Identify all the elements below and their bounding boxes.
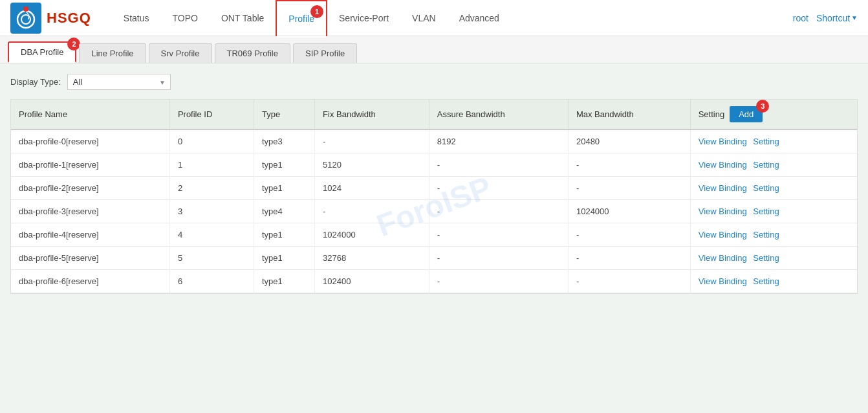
view-binding-link[interactable]: View Binding [699,230,747,240]
nav-item-ont-table[interactable]: ONT Table [210,0,276,36]
nav-item-topo[interactable]: TOPO [161,0,210,36]
display-type-label: Display Type: [10,77,61,87]
setting-link[interactable]: Setting [753,160,779,170]
cell-setting: View Binding Setting [690,200,857,223]
filter-row: Display Type: All type1 type2 type3 type… [10,74,858,90]
logo-text: HSGQ [47,10,91,27]
sub-tab-label-line: Line Profile [91,49,133,58]
view-binding-link[interactable]: View Binding [699,276,747,286]
nav-item-advanced[interactable]: Advanced [448,0,511,36]
display-type-select-wrapper[interactable]: All type1 type2 type3 type4 [67,74,171,90]
table-row: dba-profile-2[reserve]2type11024-- View … [11,177,857,200]
cell-profile-id: 4 [169,223,254,247]
sub-tab-label-sip: SIP Profile [305,49,345,58]
cell-assure-bandwidth: - [429,270,568,293]
sub-tab-srv-profile[interactable]: Srv Profile [149,43,212,63]
cell-profile-id: 5 [169,247,254,270]
table-row: dba-profile-5[reserve]5type132768-- View… [11,247,857,270]
sub-tab-badge-dba: 2 [67,38,80,50]
cell-profile-name: dba-profile-3[reserve] [11,200,169,223]
nav-label-advanced: Advanced [459,13,499,23]
col-max-bandwidth: Max Bandwidth [568,100,690,129]
cell-type: type1 [254,177,314,200]
table-row: dba-profile-0[reserve]0type3-819220480 V… [11,129,857,153]
cell-max-bandwidth: - [568,153,690,177]
nav-label-topo: TOPO [173,13,198,23]
display-type-select[interactable]: All type1 type2 type3 type4 [67,74,171,90]
cell-profile-name: dba-profile-4[reserve] [11,223,169,247]
col-setting: Setting Add 3 [690,100,857,129]
content-area: Display Type: All type1 type2 type3 type… [0,63,868,294]
setting-link[interactable]: Setting [753,183,779,193]
svg-point-3 [23,6,28,12]
table-header-row: Profile Name Profile ID Type Fix Bandwid… [11,100,857,129]
view-binding-link[interactable]: View Binding [699,183,747,193]
cell-type: type4 [254,200,314,223]
cell-profile-name: dba-profile-5[reserve] [11,247,169,270]
sub-tab-line-profile[interactable]: Line Profile [79,43,146,63]
shortcut-button[interactable]: Shortcut ▼ [816,13,858,23]
dba-profile-table: Profile Name Profile ID Type Fix Bandwid… [10,99,858,294]
logo-icon [10,3,41,34]
cell-type: type1 [254,223,314,247]
view-binding-link[interactable]: View Binding [699,160,747,170]
cell-profile-name: dba-profile-2[reserve] [11,177,169,200]
cell-profile-name: dba-profile-0[reserve] [11,129,169,153]
col-assure-bandwidth: Assure Bandwidth [429,100,568,129]
cell-profile-id: 6 [169,270,254,293]
view-binding-link[interactable]: View Binding [699,206,747,216]
sub-tab-sip-profile[interactable]: SIP Profile [293,43,357,63]
nav-item-status[interactable]: Status [112,0,161,36]
cell-assure-bandwidth: - [429,200,568,223]
cell-type: type1 [254,270,314,293]
sub-tab-label-tr069: TR069 Profile [227,49,278,58]
setting-link[interactable]: Setting [753,230,779,240]
cell-profile-id: 3 [169,200,254,223]
cell-max-bandwidth: 20480 [568,129,690,153]
username-label: root [788,13,814,23]
setting-link[interactable]: Setting [753,206,779,216]
header: HSGQ Status TOPO ONT Table Profile 1 Ser… [0,0,868,36]
cell-setting: View Binding Setting [690,153,857,177]
nav-label-status: Status [124,13,149,23]
cell-setting: View Binding Setting [690,129,857,153]
setting-link[interactable]: Setting [753,276,779,286]
cell-profile-id: 2 [169,177,254,200]
col-profile-name: Profile Name [11,100,169,129]
cell-fix-bandwidth: - [315,200,429,223]
table-row: dba-profile-6[reserve]6type1102400-- Vie… [11,270,857,293]
nav-badge-profile: 1 [310,5,323,18]
cell-assure-bandwidth: - [429,153,568,177]
cell-profile-id: 0 [169,129,254,153]
cell-setting: View Binding Setting [690,177,857,200]
cell-max-bandwidth: - [568,247,690,270]
add-button[interactable]: Add 3 [730,106,763,122]
cell-profile-id: 1 [169,153,254,177]
cell-assure-bandwidth: - [429,247,568,270]
setting-link[interactable]: Setting [753,137,779,146]
cell-fix-bandwidth: 5120 [315,153,429,177]
setting-link[interactable]: Setting [753,253,779,263]
view-binding-link[interactable]: View Binding [699,137,747,146]
cell-assure-bandwidth: - [429,223,568,247]
col-type: Type [254,100,314,129]
table-row: dba-profile-1[reserve]1type15120-- View … [11,153,857,177]
col-fix-bandwidth: Fix Bandwidth [315,100,429,129]
shortcut-label: Shortcut [816,13,850,23]
sub-tabs: DBA Profile 2 Line Profile Srv Profile T… [0,36,868,63]
nav-right: root Shortcut ▼ [788,13,858,23]
view-binding-link[interactable]: View Binding [699,253,747,263]
cell-fix-bandwidth: - [315,129,429,153]
nav-label-ont-table: ONT Table [221,13,264,23]
cell-setting: View Binding Setting [690,270,857,293]
cell-setting: View Binding Setting [690,247,857,270]
cell-profile-name: dba-profile-6[reserve] [11,270,169,293]
nav-item-profile[interactable]: Profile 1 [276,0,327,36]
nav-item-vlan[interactable]: VLAN [400,0,448,36]
nav-item-service-port[interactable]: Service-Port [327,0,400,36]
sub-tab-tr069-profile[interactable]: TR069 Profile [215,43,290,63]
sub-tab-dba-profile[interactable]: DBA Profile 2 [8,41,76,63]
cell-max-bandwidth: - [568,223,690,247]
add-button-badge: 3 [756,100,769,113]
cell-fix-bandwidth: 1024000 [315,223,429,247]
